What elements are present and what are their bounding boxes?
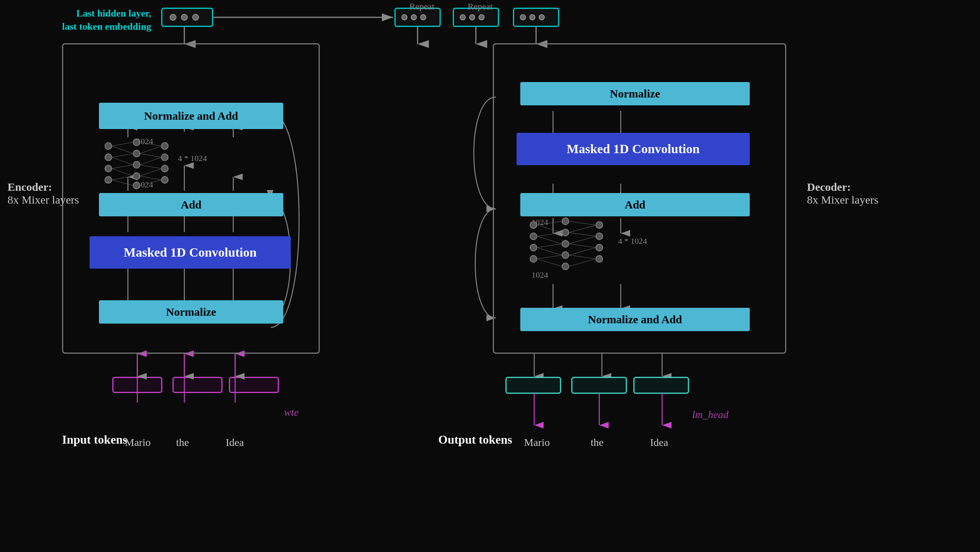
svg-point-68 <box>105 154 112 161</box>
svg-point-78 <box>161 165 168 172</box>
repeat-label-1: Repeat <box>409 2 434 12</box>
encoder-label: Encoder: 8x Mixer layers <box>8 181 79 206</box>
svg-line-119 <box>569 232 596 236</box>
lmhead-label: lm_head <box>692 409 728 421</box>
decoder-nn-label-4x1024: 4 * 1024 <box>618 236 647 246</box>
svg-point-3 <box>192 14 199 20</box>
svg-point-70 <box>105 177 112 183</box>
svg-line-114 <box>537 248 562 255</box>
svg-line-90 <box>140 154 161 157</box>
input-word-idea: Idea <box>226 436 244 449</box>
svg-line-111 <box>537 232 562 236</box>
svg-point-108 <box>596 256 603 262</box>
svg-point-14 <box>520 15 525 20</box>
svg-point-7 <box>411 15 417 20</box>
svg-point-74 <box>133 173 140 180</box>
svg-line-113 <box>537 244 562 248</box>
svg-point-102 <box>562 240 569 247</box>
svg-rect-13 <box>514 8 558 26</box>
output-word-mario: Mario <box>524 436 550 449</box>
wte-label: wte <box>284 406 299 418</box>
decoder-label: Decoder: 8x Mixer layers <box>807 181 878 206</box>
svg-point-75 <box>133 182 140 189</box>
svg-point-16 <box>539 15 544 20</box>
svg-line-95 <box>140 180 161 186</box>
svg-point-1 <box>170 14 176 20</box>
output-word-the: the <box>591 436 603 449</box>
svg-point-8 <box>421 15 426 20</box>
svg-rect-49 <box>506 377 560 393</box>
svg-line-82 <box>112 154 133 157</box>
svg-point-99 <box>530 256 537 262</box>
decoder-box: Normalize Masked 1D Convolution Add 1024… <box>493 43 786 354</box>
svg-point-79 <box>161 177 168 183</box>
svg-point-11 <box>469 15 475 20</box>
svg-line-92 <box>140 165 161 169</box>
svg-point-104 <box>562 263 569 270</box>
svg-line-86 <box>112 176 133 180</box>
decoder-normalize-block: Normalize <box>520 82 750 105</box>
svg-point-100 <box>562 218 569 224</box>
svg-point-6 <box>402 15 407 20</box>
svg-line-124 <box>569 259 596 266</box>
svg-line-123 <box>569 255 596 259</box>
encoder-add-block: Add <box>99 193 283 216</box>
svg-line-89 <box>140 146 161 154</box>
svg-line-115 <box>537 255 562 259</box>
svg-line-120 <box>569 236 596 244</box>
decoder-add-block: Add <box>520 193 750 216</box>
svg-rect-0 <box>162 8 213 26</box>
encoder-nn-label-4x1024: 4 * 1024 <box>178 154 207 163</box>
output-word-idea: Idea <box>650 436 668 449</box>
svg-line-112 <box>537 236 562 244</box>
svg-line-84 <box>112 165 133 169</box>
svg-line-116 <box>537 259 562 266</box>
svg-point-15 <box>530 15 535 20</box>
input-tokens-label: Input tokens <box>62 433 127 447</box>
svg-rect-56 <box>173 377 222 393</box>
svg-point-77 <box>161 154 168 161</box>
input-word-the: the <box>176 436 189 449</box>
decoder-conv-block: Masked 1D Convolution <box>517 133 750 165</box>
svg-point-12 <box>479 15 484 20</box>
encoder-nn-svg <box>99 135 174 193</box>
svg-line-117 <box>569 221 596 225</box>
encoder-normalize-block: Normalize <box>99 300 283 324</box>
repeat-label-2: Repeat <box>468 2 493 12</box>
decoder-nn-svg <box>524 214 614 280</box>
svg-point-67 <box>105 143 112 150</box>
svg-line-121 <box>569 244 596 248</box>
svg-point-103 <box>562 252 569 259</box>
svg-point-98 <box>530 244 537 251</box>
main-container: Last hidden layer,last token embedding R… <box>0 0 980 552</box>
svg-rect-57 <box>229 377 278 393</box>
svg-point-72 <box>133 150 140 157</box>
svg-point-101 <box>562 229 569 236</box>
encoder-conv-block: Masked 1D Convolution <box>89 236 291 269</box>
svg-point-10 <box>460 15 465 20</box>
svg-line-122 <box>569 248 596 255</box>
svg-line-109 <box>537 221 562 225</box>
svg-point-97 <box>530 233 537 240</box>
encoder-box: Normalize and Add 1024 4 * 1024 1024 <box>62 43 320 354</box>
svg-point-107 <box>596 244 603 251</box>
svg-line-94 <box>140 176 161 180</box>
svg-line-85 <box>112 169 133 176</box>
svg-point-96 <box>530 222 537 228</box>
svg-line-81 <box>112 146 133 154</box>
svg-line-88 <box>140 142 161 146</box>
svg-point-106 <box>596 233 603 240</box>
svg-line-80 <box>112 142 133 146</box>
svg-point-2 <box>181 14 187 20</box>
svg-line-118 <box>569 225 596 232</box>
output-tokens-label: Output tokens <box>438 433 512 447</box>
svg-point-76 <box>161 143 168 150</box>
svg-line-110 <box>537 225 562 232</box>
svg-point-69 <box>105 165 112 172</box>
embedding-label: Last hidden layer,last token embedding <box>62 7 151 33</box>
svg-point-105 <box>596 222 603 228</box>
decoder-normalize-add-block: Normalize and Add <box>520 308 750 331</box>
svg-line-91 <box>140 157 161 165</box>
svg-line-83 <box>112 157 133 165</box>
svg-rect-55 <box>113 377 162 393</box>
